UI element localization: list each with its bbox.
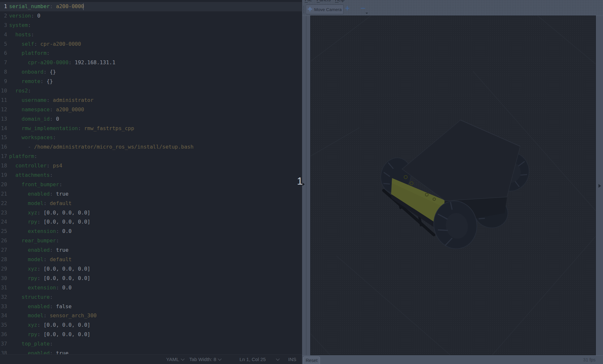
- chevron-down-icon: [276, 357, 279, 360]
- cursor-position-button[interactable]: Ln 1, Col 25: [240, 355, 266, 364]
- remove-tool-button[interactable]: −: [361, 4, 365, 13]
- robot-top-plate: [402, 120, 520, 201]
- line-number: 15: [0, 133, 7, 142]
- line-number: 1: [0, 2, 7, 11]
- line-content: enabled: true: [7, 246, 68, 255]
- line-number: 25: [0, 227, 7, 236]
- yaml-line[interactable]: 15 workspaces:: [0, 133, 302, 142]
- move-camera-tool-button[interactable]: Move Camera: [306, 5, 344, 14]
- line-content: onboard: {}: [7, 67, 56, 77]
- line-content: model: default: [7, 255, 72, 264]
- yaml-line[interactable]: 10 ros2:: [0, 86, 302, 96]
- yaml-line[interactable]: 6 platform:: [0, 49, 302, 58]
- yaml-line[interactable]: 32 structure:: [0, 293, 302, 302]
- yaml-line[interactable]: 13 domain_id: 0: [0, 115, 302, 124]
- line-number: 19: [0, 171, 7, 180]
- yaml-line[interactable]: 31 extension: 0.0: [0, 283, 302, 293]
- toolbar-drag-handle[interactable]: [303, 6, 305, 14]
- rviz-main-area: [302, 16, 603, 355]
- line-number: 34: [0, 311, 7, 321]
- editor-text-area[interactable]: 1serial_number: a200-00002version: 03sys…: [0, 2, 302, 355]
- yaml-line[interactable]: 20 front_bumper:: [0, 180, 302, 189]
- line-number: 14: [0, 124, 7, 133]
- chevron-down-icon: [218, 357, 222, 360]
- page-indicator-arrow-icon: [302, 183, 305, 186]
- expand-panel-arrow-icon[interactable]: [598, 184, 601, 188]
- line-number: 10: [0, 86, 7, 96]
- yaml-line[interactable]: 36 rpy: [0.0, 0.0, 0.0]: [0, 330, 302, 339]
- line-content: username: administrator: [7, 96, 93, 105]
- fps-counter: 31 fps: [583, 356, 596, 364]
- yaml-line[interactable]: 14 rmw_implementation: rmw_fastrtps_cpp: [0, 124, 302, 133]
- yaml-line[interactable]: 27 enabled: true: [0, 246, 302, 255]
- reset-button[interactable]: Reset: [303, 357, 320, 364]
- line-content: namespace: a200_0000: [7, 105, 84, 115]
- yaml-line[interactable]: 24 rpy: [0.0, 0.0, 0.0]: [0, 217, 302, 227]
- yaml-line[interactable]: 4 hosts:: [0, 30, 302, 40]
- yaml-line[interactable]: 22 model: default: [0, 199, 302, 208]
- line-content: extension: 0.0: [7, 283, 72, 293]
- rviz-window: FilePanelsHelp Move Camera +: [302, 0, 603, 364]
- yaml-line[interactable]: 8 onboard: {}: [0, 67, 302, 77]
- yaml-line[interactable]: 16 - /home/administrator/micro_ros_ws/in…: [0, 142, 302, 152]
- yaml-line[interactable]: 33 enabled: false: [0, 302, 302, 311]
- menu-item-file[interactable]: File: [305, 0, 312, 2]
- dropdown-arrow-icon[interactable]: [365, 13, 368, 14]
- line-number: 5: [0, 40, 7, 49]
- yaml-line[interactable]: 37 top_plate:: [0, 339, 302, 349]
- menu-item-panels[interactable]: Panels: [317, 0, 331, 2]
- language-dropdown[interactable]: YAML: [166, 355, 184, 364]
- line-number: 12: [0, 105, 7, 115]
- line-number: 31: [0, 283, 7, 293]
- line-number: 22: [0, 199, 7, 208]
- line-number: 21: [0, 189, 7, 199]
- yaml-line[interactable]: 28 model: default: [0, 255, 302, 264]
- line-number: 27: [0, 246, 7, 255]
- line-content: self: cpr-a200-0000: [7, 40, 81, 49]
- menu-item-help[interactable]: Help: [335, 0, 344, 2]
- yaml-line[interactable]: 2version: 0: [0, 11, 302, 21]
- line-number: 23: [0, 208, 7, 218]
- line-content: enabled: false: [7, 302, 72, 311]
- yaml-line[interactable]: 25 extension: 0.0: [0, 227, 302, 236]
- move-camera-label: Move Camera: [314, 7, 342, 12]
- yaml-line[interactable]: 17platform:: [0, 152, 302, 161]
- yaml-line[interactable]: 9 remote: {}: [0, 77, 302, 86]
- line-number: 26: [0, 236, 7, 246]
- line-number: 3: [0, 21, 7, 30]
- rviz-menu-bar: FilePanelsHelp: [302, 0, 603, 3]
- yaml-line[interactable]: 5 self: cpr-a200-0000: [0, 40, 302, 49]
- yaml-line[interactable]: 3system:: [0, 21, 302, 30]
- tab-width-dropdown[interactable]: Tab Width: 8: [189, 355, 221, 364]
- yaml-line[interactable]: 34 model: sensor_arch_300: [0, 311, 302, 321]
- insert-mode-indicator: INS: [288, 355, 296, 364]
- yaml-line[interactable]: 12 namespace: a200_0000: [0, 105, 302, 115]
- yaml-line[interactable]: 11 username: administrator: [0, 96, 302, 105]
- statusbar-chevron[interactable]: [274, 355, 279, 364]
- yaml-line[interactable]: 7 cpr-a200-0000: 192.168.131.1: [0, 58, 302, 67]
- yaml-line[interactable]: 18 controller: ps4: [0, 161, 302, 171]
- chevron-down-icon: [181, 357, 184, 360]
- yaml-line[interactable]: 29 xyz: [0.0, 0.0, 0.0]: [0, 264, 302, 274]
- yaml-line[interactable]: 23 xyz: [0.0, 0.0, 0.0]: [0, 208, 302, 218]
- text-cursor: [83, 3, 84, 10]
- editor-status-bar: YAML Tab Width: 8 Ln 1, Col 25 INS: [0, 354, 302, 364]
- splitter-line: [306, 16, 306, 356]
- add-tool-button[interactable]: +: [345, 4, 350, 13]
- line-content: xyz: [0.0, 0.0, 0.0]: [7, 321, 90, 330]
- line-number: 13: [0, 115, 7, 124]
- yaml-line[interactable]: 19 attachments:: [0, 171, 302, 180]
- line-content: platform:: [7, 152, 37, 161]
- yaml-line[interactable]: 26 rear_bumper:: [0, 236, 302, 246]
- yaml-line[interactable]: 21 enabled: true: [0, 189, 302, 199]
- husky-robot-model: [377, 120, 533, 253]
- rviz-3d-viewport[interactable]: [310, 16, 596, 355]
- yaml-line[interactable]: 35 xyz: [0.0, 0.0, 0.0]: [0, 321, 302, 330]
- line-content: platform:: [7, 49, 50, 58]
- line-number: 17: [0, 152, 7, 161]
- line-number: 8: [0, 67, 7, 77]
- yaml-line[interactable]: 1serial_number: a200-0000: [0, 2, 302, 11]
- line-number: 24: [0, 217, 7, 227]
- line-content: - /home/administrator/micro_ros_ws/insta…: [7, 142, 193, 152]
- yaml-line[interactable]: 30 rpy: [0.0, 0.0, 0.0]: [0, 274, 302, 283]
